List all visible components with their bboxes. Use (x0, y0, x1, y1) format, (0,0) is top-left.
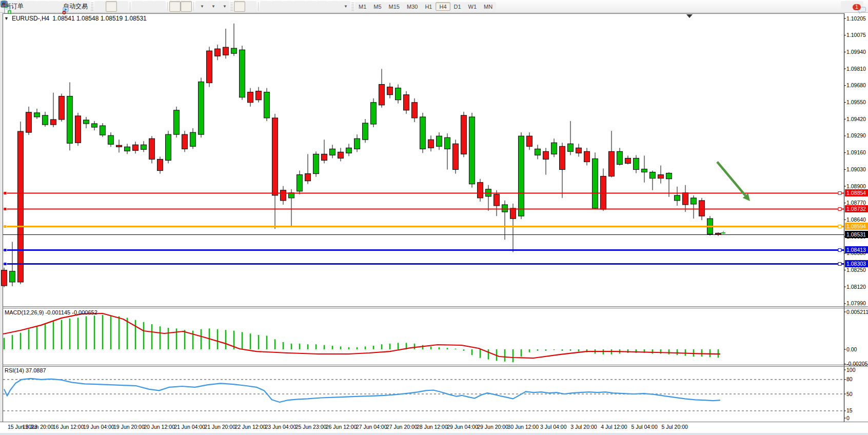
timeframe-button-w1[interactable]: W1 (465, 2, 481, 11)
line-handle[interactable] (4, 249, 7, 252)
price-tick-label: 1.10075 (846, 32, 866, 38)
candle-body (18, 131, 24, 282)
equidistant-channel-button[interactable]: E (294, 1, 305, 12)
templates-button[interactable]: ▼ (218, 1, 229, 12)
candle-body (519, 136, 524, 216)
candlestick-chart-button[interactable] (106, 1, 117, 12)
timeframe-button-mn[interactable]: MN (480, 2, 496, 11)
line-handle[interactable] (4, 208, 7, 211)
candle-body (207, 51, 212, 83)
macd-axis-label: 0.00 (846, 346, 857, 352)
line-handle[interactable] (4, 225, 7, 228)
quote-ohlc-label: 1.08541 1.08548 1.08519 1.08531 (52, 15, 147, 22)
price-chip-label: 1.08531 (846, 231, 866, 238)
candle-body (428, 140, 434, 148)
collapse-chart-icon[interactable]: ▼ (4, 16, 9, 21)
price-tick-label: 1.10205 (846, 15, 866, 22)
toolbar-separator (193, 2, 194, 11)
cursor-button[interactable] (234, 1, 245, 12)
line-handle[interactable] (838, 263, 841, 266)
search-button[interactable] (841, 1, 852, 12)
candle-body (338, 152, 344, 158)
profile-button[interactable] (37, 1, 48, 12)
price-tick-label: 1.09550 (846, 99, 866, 105)
fibonacci-button[interactable]: F (305, 1, 317, 12)
toolbar-grip (91, 2, 93, 11)
candle-body (182, 134, 188, 149)
candle-body (34, 113, 40, 117)
candle-body (297, 175, 303, 191)
quotes-button[interactable] (26, 1, 37, 12)
timeframe-button-m1[interactable]: M1 (355, 2, 370, 11)
candle-body (478, 183, 483, 198)
toolbar-separator (258, 2, 259, 11)
candle-body (469, 117, 475, 184)
auto-scroll-button[interactable] (169, 1, 181, 12)
price-chip-label: 1.08732 (846, 206, 866, 212)
arrows-button[interactable]: ▼ (339, 1, 350, 12)
chart-background[interactable] (0, 13, 868, 435)
line-handle[interactable] (838, 249, 841, 252)
candle-body (675, 195, 680, 201)
candle-body (149, 139, 155, 159)
candle-body (543, 151, 549, 159)
signals-button[interactable] (48, 1, 60, 12)
line-handle[interactable] (838, 225, 841, 228)
timeframe-button-m5[interactable]: M5 (370, 2, 385, 11)
line-handle[interactable] (4, 263, 7, 266)
candle-body (666, 173, 672, 179)
vertical-line-button[interactable] (260, 1, 271, 12)
candle-body (67, 96, 73, 144)
line-handle[interactable] (838, 208, 841, 211)
timeframe-button-m15[interactable]: M15 (385, 2, 403, 11)
candle-body (404, 95, 409, 110)
main-toolbar: 新订单 自动交易 (0, 0, 868, 13)
candle-body (461, 115, 467, 154)
timeframe-button-h1[interactable]: H1 (421, 2, 436, 11)
price-tick-label: 1.07990 (846, 300, 866, 306)
line-handle[interactable] (838, 192, 841, 195)
trendline-button[interactable] (283, 1, 294, 12)
candle-body (527, 136, 532, 146)
timeframe-button-h4[interactable]: H4 (436, 2, 450, 11)
chart-shift-button[interactable] (181, 1, 192, 12)
candle-body (190, 132, 196, 146)
time-axis[interactable]: 15 Jun 202315 Jun 20:0016 Jun 12:0019 Ju… (8, 424, 688, 430)
indicators-button[interactable]: ▼ (195, 1, 207, 12)
text-label-button[interactable]: T (328, 1, 339, 12)
candle-body (658, 175, 664, 179)
text-button[interactable]: A (317, 1, 328, 12)
zoom-in-button[interactable] (132, 1, 143, 12)
candle-body (584, 151, 590, 162)
zoom-out-button[interactable] (143, 1, 154, 12)
timeframe-button-d1[interactable]: D1 (450, 2, 465, 11)
tile-windows-button[interactable] (154, 1, 166, 12)
chevron-down-icon: ▼ (344, 4, 348, 9)
macd-axis-label: -0.00205 (846, 361, 868, 367)
auto-trading-button[interactable]: 自动交易 (60, 1, 90, 12)
chart-canvas[interactable]: 1.102051.100751.099401.098101.096801.095… (0, 0, 868, 435)
candle-body (26, 112, 32, 132)
notifications-button[interactable]: 1 (852, 1, 863, 12)
candle-body (10, 271, 15, 282)
x-axis-label: 19 Jun 04:00 (83, 424, 114, 430)
horizontal-line-button[interactable] (271, 1, 283, 12)
toolbar-grip (351, 2, 354, 11)
timeframe-button-m30[interactable]: M30 (403, 2, 421, 11)
price-tick-label: 1.09940 (846, 49, 866, 55)
candle-body (116, 145, 122, 147)
line-chart-button[interactable] (117, 1, 128, 12)
candle-body (166, 134, 171, 160)
rsi-axis-label: 0 (846, 415, 850, 421)
bar-chart-button[interactable] (94, 1, 106, 12)
candle-body (125, 147, 130, 151)
price-tick-label: 1.08640 (846, 216, 866, 223)
chevron-down-icon: ▼ (200, 4, 204, 9)
line-handle[interactable] (4, 192, 7, 195)
candle-body (453, 144, 459, 169)
crosshair-button[interactable] (245, 1, 257, 12)
x-axis-label: 3 Jul 04:00 (540, 424, 567, 430)
periods-button[interactable]: ▼ (207, 1, 218, 12)
candle-body (593, 159, 598, 208)
x-axis-label: 21 Jun 20:00 (204, 424, 235, 430)
